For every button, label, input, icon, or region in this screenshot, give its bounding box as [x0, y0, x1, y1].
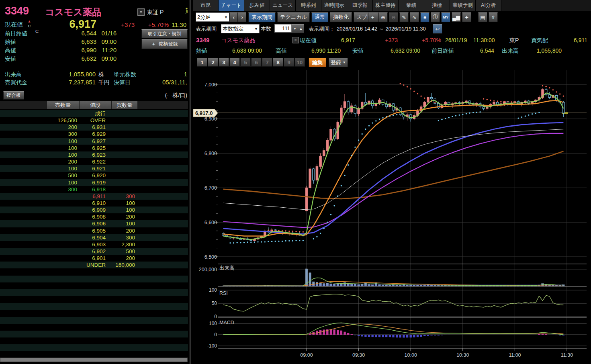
reset-range-button[interactable]: ↩: [433, 24, 442, 34]
chart-high: 6,990 11:20: [311, 47, 341, 54]
board-row[interactable]: 1006,919: [0, 179, 188, 186]
board-row[interactable]: 1006,923: [0, 151, 188, 158]
tab-株主優待[interactable]: 株主優待: [373, 0, 399, 11]
board-row[interactable]: 1006,925: [0, 145, 188, 151]
board-row[interactable]: UNDER160,000: [0, 262, 188, 268]
count-down-icon[interactable]: ▼: [292, 24, 298, 33]
export-icon[interactable]: ⇧: [489, 12, 498, 22]
wrench-icon[interactable]: ✦: [462, 12, 471, 22]
my-indicator-icon[interactable]: MY: [441, 12, 450, 22]
tab-歩み値[interactable]: 歩み値: [244, 0, 270, 11]
tab-業績[interactable]: 業績: [399, 0, 424, 11]
low-time: 09:00: [99, 55, 117, 62]
tab-四季報[interactable]: 四季報: [347, 0, 373, 11]
tab-AI分析[interactable]: AI分析: [476, 0, 501, 11]
board-row[interactable]: 5006,920: [0, 172, 188, 179]
board-row[interactable]: 1006,921: [0, 165, 188, 172]
board-row[interactable]: 6,901200: [0, 255, 188, 262]
interval-select[interactable]: 2分足▼: [196, 12, 229, 22]
toolbar-button-指数化[interactable]: 指数化: [330, 12, 352, 22]
tab-業績予測[interactable]: 業績予測: [450, 0, 476, 11]
sell-qty-header: 売数量: [47, 101, 79, 109]
toolbar-button-通常[interactable]: 通常: [311, 12, 328, 22]
volume-label: 出来高: [5, 71, 22, 78]
plus-icon[interactable]: ＋: [368, 12, 377, 22]
board-row[interactable]: 6,905200: [0, 227, 188, 234]
printer-icon[interactable]: ▤: [478, 12, 487, 22]
macd: [223, 323, 564, 337]
price-time: 11:30: [170, 21, 186, 28]
pencil-icon[interactable]: ✎: [399, 12, 409, 22]
period-mode-select[interactable]: 本数指定▼: [221, 24, 260, 33]
info-icon[interactable]: ⓘ: [431, 12, 440, 22]
svg-text:09:00: 09:00: [300, 352, 313, 358]
count-up-icon[interactable]: ▲: [298, 24, 304, 33]
chart-canvas[interactable]: 7,0006,9006,8006,7006,6006,50009:0009:30…: [193, 68, 591, 364]
chart-set-button-1[interactable]: 1: [197, 58, 207, 67]
volume-unit: 株: [98, 71, 104, 78]
add-watchlist-button[interactable]: ＋銘柄登録: [141, 39, 188, 49]
board-row[interactable]: 126,500OVER: [0, 117, 188, 124]
board-row[interactable]: 6,911300: [0, 193, 188, 200]
board-row[interactable]: 6,909100: [0, 207, 188, 213]
param-row: 表示期間 本数指定▼ 本数 111 ▼ ▲ 表示期間： 2026/01/16 1…: [193, 23, 591, 34]
register-button[interactable]: 登録 ▼: [329, 58, 348, 67]
area-chart-icon[interactable]: ▄▆: [452, 12, 461, 22]
scrollbar-thumb[interactable]: [0, 358, 187, 362]
chart-set-button-8[interactable]: 8: [273, 58, 283, 67]
horizontal-scrollbar[interactable]: [0, 358, 188, 362]
chart-set-button-2[interactable]: 2: [208, 58, 218, 67]
volume-value: 1,055,800: [52, 71, 96, 78]
chart-volume: 1,055,800: [530, 47, 562, 54]
svg-text:7,000: 7,000: [204, 82, 217, 88]
panel-divider[interactable]: [188, 0, 193, 364]
board-row[interactable]: 2006,922: [0, 158, 188, 165]
board-row[interactable]: 6,906100: [0, 220, 188, 227]
orderbook-header: 売数量 値段 買数量: [0, 101, 188, 109]
board-row[interactable]: 成行: [0, 110, 188, 117]
tab-時系列[interactable]: 時系列: [296, 0, 321, 11]
edit-button[interactable]: 編集: [309, 58, 326, 67]
toolbar-button-表示期間[interactable]: 表示期間: [248, 12, 276, 22]
board-row[interactable]: 3006,929: [0, 131, 188, 137]
composite-board-button[interactable]: 複合板: [3, 91, 24, 100]
yen-icon[interactable]: ¥: [420, 12, 429, 22]
board-empty-row: [0, 331, 188, 337]
board-row[interactable]: 3006,918: [0, 186, 188, 193]
board-row[interactable]: 6,902500: [0, 248, 188, 255]
bid-label: 買気配: [531, 37, 548, 44]
tab-ニュース[interactable]: ニュース: [270, 0, 296, 11]
svg-text:10:30: 10:30: [456, 352, 469, 358]
chart-set-button-3[interactable]: 3: [219, 58, 229, 67]
chevron-down-icon: ▼: [254, 27, 258, 31]
zoom-in-icon[interactable]: ⊕: [378, 12, 388, 22]
toolbar-button-テクニカル[interactable]: テクニカル: [277, 12, 310, 22]
tab-市況[interactable]: 市況: [193, 0, 219, 11]
board-row[interactable]: 1006,927: [0, 138, 188, 145]
board-row[interactable]: 6,904300: [0, 234, 188, 241]
svg-text:出来高: 出来高: [219, 265, 235, 271]
unit-shares-label: 単元株数: [114, 71, 136, 78]
board-row[interactable]: 6,910100: [0, 200, 188, 207]
board-empty-row: [0, 310, 188, 317]
chart-volume-label: 出来高: [502, 47, 519, 55]
info-date: 26/01/19: [445, 37, 467, 43]
trendline-icon[interactable]: ∿: [410, 12, 419, 22]
board-row[interactable]: 2006,931: [0, 124, 188, 131]
turnover-unit: 千円: [98, 79, 110, 86]
count-input[interactable]: 111: [274, 24, 292, 33]
quote-board-panel: 3349 コスモス薬品 ≡ 東証 P 貸 現在値 ▲ C 6,917 +373 …: [0, 0, 188, 364]
board-row[interactable]: 6,9032,300: [0, 241, 188, 248]
prev-button[interactable]: ‹: [229, 12, 238, 22]
tab-チャート[interactable]: チャート: [219, 0, 244, 11]
settlement-label: 決算日: [114, 79, 131, 86]
next-button[interactable]: ›: [238, 12, 246, 22]
tab-指標[interactable]: 指標: [424, 0, 450, 11]
chart-set-button-9: 9: [284, 58, 294, 67]
svg-text:09:30: 09:30: [352, 352, 365, 358]
count-label: 本数: [261, 25, 271, 33]
board-row[interactable]: 6,908200: [0, 213, 188, 220]
trade-caution-button[interactable]: 取引注意・規制: [141, 29, 188, 38]
tab-適時開示[interactable]: 適時開示: [321, 0, 347, 11]
chart-set-button-4[interactable]: 4: [229, 58, 240, 67]
